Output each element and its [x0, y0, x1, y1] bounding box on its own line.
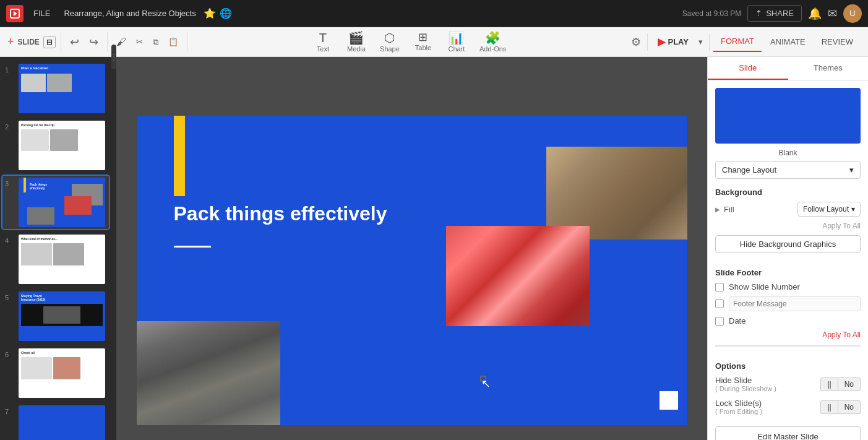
notifications-icon[interactable]: 🔔: [808, 7, 822, 20]
slide-preview-4: What kind of memories...: [19, 235, 105, 284]
review-tab-button[interactable]: REVIEW: [814, 32, 861, 51]
slide-preview-1: Plan a Vacation: [19, 64, 105, 113]
table-label: Table: [415, 44, 431, 51]
document-title: Rearrange, Align and Resize Objects: [64, 9, 196, 18]
slide-thumbnail-1[interactable]: 1 Plan a Vacation: [2, 62, 109, 115]
slide-preview-5: Staying TravelInsurance (2019): [19, 291, 105, 341]
right-panel: Slide Themes Blank Change Layout ▾ Backg…: [707, 57, 868, 440]
date-item: Date: [715, 316, 861, 326]
lock-slides-labels: Lock Slide(s) ( From Editing ): [715, 399, 762, 415]
slide-preview-2: Packing list for the trip: [19, 121, 105, 170]
apply-to-all-red-link[interactable]: Apply To All: [715, 330, 861, 339]
chart-tool-button[interactable]: 📊 Chart: [441, 28, 472, 56]
slide-thumbnail-5[interactable]: 5 Staying TravelInsurance (2019): [2, 290, 109, 343]
slide-title[interactable]: Pack things effectively: [174, 202, 387, 225]
slide-number-6: 6: [5, 348, 15, 358]
globe-icon[interactable]: 🌐: [220, 7, 232, 19]
pills-image[interactable]: [446, 226, 590, 326]
background-section-title: Background: [715, 188, 861, 197]
footer-section: Slide Footer Show Slide Number Date Appl…: [715, 268, 861, 339]
share-label: SHARE: [766, 9, 794, 18]
text-label: Text: [317, 45, 329, 53]
white-square-element[interactable]: [660, 391, 678, 410]
lock-slides-label: Lock Slide(s): [715, 399, 762, 408]
addons-tool-button[interactable]: 🧩 Add-Ons: [475, 28, 511, 56]
slide-thumbnail-7[interactable]: 7: [2, 403, 109, 440]
cut-button[interactable]: ✂: [132, 35, 147, 49]
svg-marker-1: [14, 11, 17, 16]
slide-view-toggle[interactable]: ⊟: [43, 36, 56, 48]
editor-area: Pack things effectively ↖: [116, 57, 707, 440]
hide-slide-toggle-no[interactable]: No: [838, 377, 861, 391]
hide-slide-sub-label: ( During Slideshow ): [715, 385, 776, 392]
footer-message-input[interactable]: [729, 296, 861, 311]
shape-tool-button[interactable]: ⬡ Shape: [374, 28, 405, 56]
change-layout-button[interactable]: Change Layout ▾: [715, 161, 861, 179]
play-dropdown-button[interactable]: ▾: [696, 35, 705, 49]
themes-tab[interactable]: Themes: [788, 57, 869, 80]
slide-thumbnail-4[interactable]: 4 What kind of memories...: [2, 233, 109, 286]
chart-label: Chart: [449, 45, 465, 53]
copy-button[interactable]: ⧉: [149, 35, 162, 50]
slide-number-1: 1: [5, 64, 15, 74]
slide-thumbnail-3[interactable]: 3 Pack thingseffectively: [2, 176, 109, 229]
table-tool-button[interactable]: ⊞ Table: [408, 28, 439, 56]
hide-slide-toggle-ii[interactable]: ||: [820, 377, 838, 391]
lock-slides-toggle-ii[interactable]: ||: [820, 400, 838, 414]
mail-icon[interactable]: ✉: [828, 7, 837, 20]
settings-icon[interactable]: ⚙: [629, 33, 643, 51]
options-section: Options Hide Slide ( During Slideshow ) …: [715, 345, 861, 415]
edit-master-slide-button[interactable]: Edit Master Slide: [715, 426, 861, 440]
undo-button[interactable]: ↩: [66, 33, 83, 51]
text-icon: T: [319, 32, 327, 44]
fabric-image[interactable]: [137, 321, 280, 425]
resize-handle[interactable]: ⋮: [111, 45, 116, 69]
slide-panel: 1 Plan a Vacation 2 Packing lis: [0, 57, 111, 440]
user-avatar[interactable]: U: [843, 4, 862, 23]
text-tool-button[interactable]: T Text: [307, 28, 338, 56]
media-label: Media: [347, 45, 366, 53]
change-layout-arrow-icon: ▾: [849, 165, 854, 175]
show-slide-number-checkbox[interactable]: [715, 283, 724, 291]
footer-section-title: Slide Footer: [715, 268, 861, 277]
addons-label: Add-Ons: [479, 45, 506, 53]
hide-background-graphics-button[interactable]: Hide Background Graphics: [715, 235, 861, 253]
paste-button[interactable]: 📋: [165, 35, 182, 49]
fill-dropdown-button[interactable]: Follow Layout ▾: [797, 202, 861, 217]
slide-thumbnail-2[interactable]: 2 Packing list for the trip: [2, 119, 109, 172]
hide-slide-option: Hide Slide ( During Slideshow ) || No: [715, 376, 861, 392]
redo-button[interactable]: ↪: [85, 33, 102, 51]
app-icon: [6, 5, 24, 22]
bookmark-icon[interactable]: ⭐: [204, 7, 216, 19]
slide-number-7: 7: [5, 405, 15, 415]
hide-slide-label: Hide Slide: [715, 376, 776, 385]
add-slide-icon[interactable]: +: [7, 35, 14, 48]
show-slide-number-item: Show Slide Number: [715, 282, 861, 291]
play-button[interactable]: ▶ PLAY: [651, 32, 694, 51]
format-tab-button[interactable]: FORMAT: [713, 32, 762, 52]
slide-number-2: 2: [5, 121, 15, 131]
animate-tab-button[interactable]: ANIMATE: [763, 32, 813, 51]
apply-to-all-link[interactable]: Apply To All: [715, 222, 861, 230]
slide-canvas[interactable]: Pack things effectively ↖: [137, 116, 687, 425]
slide-preview-6: Check all: [19, 348, 105, 398]
show-slide-number-label: Show Slide Number: [729, 282, 800, 291]
slide-yellow-bar: [174, 116, 185, 196]
media-tool-button[interactable]: 🎬 Media: [341, 28, 372, 56]
fill-toggle[interactable]: ▶ Fill: [715, 205, 734, 214]
lock-slides-sub-label: ( From Editing ): [715, 408, 762, 415]
lock-slides-toggle-no[interactable]: No: [838, 400, 861, 414]
date-checkbox[interactable]: [715, 317, 724, 326]
follow-layout-label: Follow Layout: [803, 205, 849, 214]
fill-row: ▶ Fill Follow Layout ▾: [715, 202, 861, 217]
hide-slide-labels: Hide Slide ( During Slideshow ): [715, 376, 776, 392]
slide-label: + SLIDE ⊟: [7, 35, 56, 48]
footer-message-checkbox[interactable]: [715, 300, 724, 308]
slide-thumbnail-6[interactable]: 6 Check all: [2, 347, 109, 400]
slide-number-4: 4: [5, 235, 15, 244]
slide-tab[interactable]: Slide: [708, 57, 788, 80]
share-button[interactable]: ⇡ SHARE: [747, 5, 802, 22]
file-menu-button[interactable]: FILE: [28, 6, 55, 20]
fill-label-text: Fill: [724, 205, 734, 214]
change-layout-label: Change Layout: [722, 165, 776, 175]
